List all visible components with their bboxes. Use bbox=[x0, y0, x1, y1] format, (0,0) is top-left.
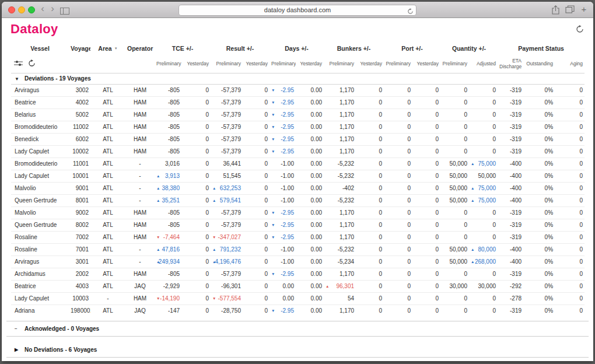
col-aging[interactable]: Aging bbox=[555, 55, 584, 73]
cell-days-yesterday: 0.00 bbox=[296, 133, 324, 145]
cell-bunkers-preliminary: 1,170 bbox=[324, 96, 356, 108]
cell-eta-discharge: -400 bbox=[498, 194, 523, 206]
share-icon[interactable] bbox=[552, 5, 559, 17]
col-preliminary[interactable]: Preliminary bbox=[270, 55, 296, 73]
page-reload-icon[interactable] bbox=[407, 6, 414, 17]
col-yesterday[interactable]: Yesterday bbox=[296, 55, 324, 73]
cell-operator: HAM bbox=[125, 145, 155, 158]
col-group-payment-status[interactable]: Payment Status bbox=[498, 41, 584, 55]
cell-vessel: Belarius bbox=[11, 108, 69, 121]
column-settings-icon[interactable] bbox=[14, 60, 23, 69]
voyage-row[interactable]: Arviragus3001ATL-▲249,9340▲4,196,4760-1.… bbox=[11, 256, 584, 268]
dashboard-refresh-icon[interactable] bbox=[576, 25, 584, 36]
forward-button[interactable]: › bbox=[48, 3, 57, 15]
cell-aging: 0 bbox=[555, 194, 584, 206]
cell-aging: 0 bbox=[555, 84, 584, 96]
voyage-row[interactable]: Lady Capulet10001ATL-▲3,913051,5450-1.00… bbox=[11, 170, 584, 182]
cell-voyage: 9001 bbox=[69, 182, 90, 194]
cell-aging: 0 bbox=[555, 304, 584, 317]
cell-voyage: 7001 bbox=[69, 243, 90, 256]
col-group-voyage[interactable]: Voyage bbox=[69, 41, 90, 55]
col-group-area[interactable]: Area▼ bbox=[90, 41, 125, 55]
address-bar[interactable] bbox=[178, 5, 416, 16]
tabs-overview-icon[interactable] bbox=[565, 5, 575, 16]
cell-quantity-preliminary: 0 bbox=[440, 96, 469, 108]
col-group-tce[interactable]: TCE +/- bbox=[155, 41, 211, 55]
cell-operator: JAQ bbox=[125, 280, 155, 292]
voyage-row[interactable]: Rosaline7002ATLHAM▼-7,4640▼-347,0270▼-2.… bbox=[11, 231, 584, 243]
col-group-bunkers[interactable]: Bunkers +/- bbox=[324, 41, 384, 55]
col-group-label: Bunkers +/- bbox=[337, 45, 370, 52]
cell-operator: - bbox=[125, 182, 155, 194]
cell-tce-yesterday: 0 bbox=[181, 304, 211, 317]
sidebar-toggle-icon[interactable] bbox=[60, 6, 69, 17]
section-no-deviations[interactable]: ▶ No Deviations - 6 Voyages bbox=[6, 342, 589, 358]
section-deviations[interactable]: ▼Deviations - 19 Voyages bbox=[11, 73, 584, 84]
minimize-button[interactable] bbox=[18, 6, 25, 13]
cell-operator: - bbox=[125, 256, 155, 268]
cell-voyage: 9002 bbox=[69, 206, 90, 219]
zoom-button[interactable] bbox=[28, 6, 35, 13]
cell-tce-yesterday: 0 bbox=[181, 182, 211, 194]
up-arrow-icon: ▲ bbox=[212, 260, 216, 264]
voyage-row[interactable]: Beatrice4003ATLJAQ-2,9290-96,30100.000.0… bbox=[11, 280, 584, 292]
down-arrow-icon: ▼ bbox=[271, 88, 275, 92]
col-preliminary[interactable]: Preliminary bbox=[155, 55, 181, 73]
voyage-row[interactable]: Bromodideuterio11001ATL-3,016036,4410-1.… bbox=[11, 158, 584, 170]
col-preliminary[interactable]: Preliminary bbox=[384, 55, 412, 73]
cell-port-yesterday: 0 bbox=[412, 182, 440, 194]
col-group-operator[interactable]: Operator▼ bbox=[125, 41, 155, 55]
col-preliminary[interactable]: Preliminary bbox=[211, 55, 243, 73]
voyage-row[interactable]: Bromodideuterio11002ATLHAM-8050-57,3790▼… bbox=[11, 121, 584, 133]
col-yesterday[interactable]: Yesterday bbox=[181, 55, 211, 73]
voyage-row[interactable]: Queen Gertrude8001ATL-▲35,2510▲579,5410-… bbox=[11, 194, 584, 206]
up-arrow-icon: ▲ bbox=[212, 198, 216, 202]
cell-tce-preliminary: ▲38,380 bbox=[155, 182, 181, 194]
col-yesterday[interactable]: Yesterday bbox=[412, 55, 440, 73]
close-button[interactable] bbox=[8, 6, 15, 13]
col-preliminary[interactable]: Preliminary bbox=[440, 55, 469, 73]
voyage-row[interactable]: Beatrice4002ATLHAM-8050-57,3790▼-2.950.0… bbox=[11, 96, 584, 108]
col-outstanding[interactable]: Outstanding bbox=[523, 55, 555, 73]
cell-days-yesterday: 0.00 bbox=[296, 243, 324, 256]
voyage-row[interactable]: Benedick6002ATLHAM-8050-57,3790▼-2.950.0… bbox=[11, 133, 584, 145]
voyage-row[interactable]: Archidamus2002ATLHAM-8050-57,3790▼-2.950… bbox=[11, 268, 584, 280]
cell-result-yesterday: 0 bbox=[243, 108, 270, 121]
col-group-port[interactable]: Port +/- bbox=[384, 41, 440, 55]
voyage-row[interactable]: Lady Capulet10003-HAM▼-14,1900▼-577,5540… bbox=[11, 292, 584, 304]
col-eta-discharge[interactable]: ETA Discharge bbox=[498, 55, 523, 73]
col-adjusted[interactable]: Adjusted bbox=[469, 55, 498, 73]
cell-result-preliminary: -57,379 bbox=[211, 268, 243, 280]
cell-quantity-preliminary: 0 bbox=[440, 121, 469, 133]
col-group-label: Payment Status bbox=[518, 45, 564, 52]
cell-voyage: 10001 bbox=[69, 170, 90, 182]
voyage-row[interactable]: Malvolio9001ATL-▲38,3800▲632,2530-1.000.… bbox=[11, 182, 584, 194]
cell-area: - bbox=[90, 292, 125, 304]
cell-bunkers-yesterday: 0 bbox=[356, 121, 384, 133]
voyage-row[interactable]: Belarius5002ATLHAM-8050-57,3790▼-2.950.0… bbox=[11, 108, 584, 121]
area-filter-icon[interactable]: ▼ bbox=[114, 47, 118, 50]
cell-aging: 0 bbox=[555, 280, 584, 292]
refresh-data-icon[interactable] bbox=[28, 60, 36, 69]
cell-days-preliminary: ▼-2.95 bbox=[270, 121, 296, 133]
cell-tce-preliminary: -2,929 bbox=[155, 280, 181, 292]
voyage-row[interactable]: Queen Gertrude8002ATLHAM-8050-57,3790▼-2… bbox=[11, 219, 584, 231]
col-group-result[interactable]: Result +/- bbox=[211, 41, 270, 55]
col-group-vessel[interactable]: Vessel bbox=[11, 41, 69, 55]
back-button[interactable]: ‹ bbox=[38, 3, 47, 15]
col-yesterday[interactable]: Yesterday bbox=[356, 55, 384, 73]
voyage-row[interactable]: Lady Capulet10002ATLHAM-8050-57,3790▼-2.… bbox=[11, 145, 584, 158]
section-acknowledged[interactable]: − Acknowledged - 0 Voyages bbox=[6, 321, 589, 337]
col-preliminary[interactable]: Preliminary bbox=[324, 55, 356, 73]
new-tab-icon[interactable]: + bbox=[579, 4, 589, 14]
up-arrow-icon: ▲ bbox=[471, 186, 474, 190]
cell-days-yesterday: 0.00 bbox=[296, 292, 324, 304]
col-group-days[interactable]: Days +/- bbox=[270, 41, 324, 55]
col-group-quantity[interactable]: Quantity +/- bbox=[440, 41, 498, 55]
voyage-row[interactable]: Arviragus3002ATLHAM-8050-57,3790▼-2.950.… bbox=[11, 84, 584, 96]
voyage-row[interactable]: Malvolio9002ATLHAM-8050-57,3790▼-2.950.0… bbox=[11, 206, 584, 219]
voyage-row[interactable]: Adriana1980002ATLJAQ-1470-28,7500▼-2.950… bbox=[11, 304, 584, 317]
col-yesterday[interactable]: Yesterday bbox=[243, 55, 270, 73]
voyage-row[interactable]: Rosaline7001ATL-▲47,8160▲791,2320-1.000.… bbox=[11, 243, 584, 256]
cell-bunkers-yesterday: 0 bbox=[356, 280, 384, 292]
